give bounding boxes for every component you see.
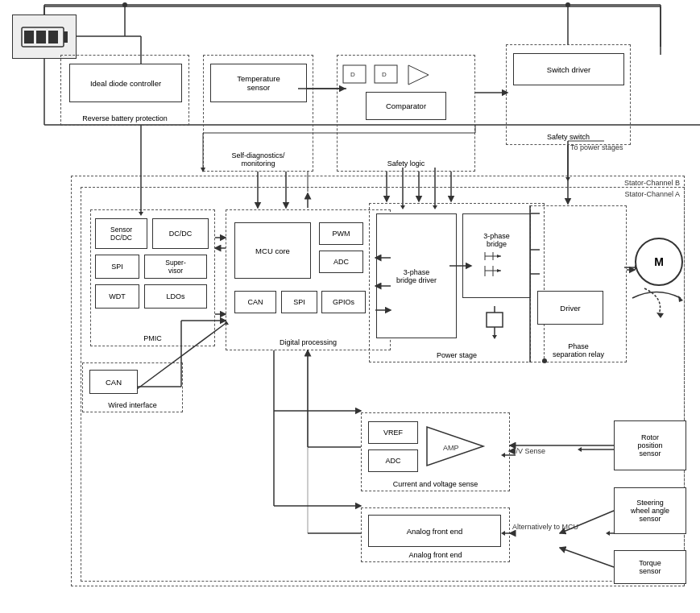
vref-block: VREF <box>368 421 418 444</box>
shunt-symbol <box>478 304 511 341</box>
rotor-sensor-label: Rotor position sensor <box>637 433 662 458</box>
phase-sep-outer: Driver Phase separation relay <box>530 205 627 362</box>
spi1-label: SPI <box>111 263 123 271</box>
phase-sep-label: Phase separation relay <box>534 342 623 358</box>
rotor-sensor-block: Rotor position sensor <box>614 420 686 470</box>
safety-switch-label: Safety switch <box>547 133 590 141</box>
ldos-label: LDOs <box>166 292 184 300</box>
logic-gate-1: D <box>342 64 370 86</box>
mcu-core-block: MCU core <box>234 222 311 279</box>
motor-block: M <box>635 238 683 286</box>
svg-rect-52 <box>487 313 503 327</box>
power-stage-outer: 3-phase bridge driver 3-phase bridge <box>369 203 545 362</box>
self-diag-label: Self-diagnostics/ monitoring <box>210 151 307 168</box>
bridge-3phase-block: 3-phase bridge <box>462 213 531 298</box>
spi1-block: SPI <box>95 255 139 279</box>
can1-block: CAN <box>234 291 276 313</box>
battery-icon <box>12 14 77 59</box>
pmic-outer-block: Sensor DC/DC DC/DC SPI Super- visor WDT … <box>90 209 215 346</box>
safety-logic-outer: D D Comparator Safety logic <box>337 55 475 172</box>
alt-mcu-label: Alternatively to MCU <box>512 522 578 532</box>
sensor-dcdc-block: Sensor DC/DC <box>95 218 147 249</box>
svg-marker-55 <box>678 296 683 302</box>
temp-sensor-label: Temperature sensor <box>237 74 280 92</box>
dcdc-label: DC/DC <box>169 230 193 238</box>
mcu-core-label: MCU core <box>255 246 290 255</box>
safety-logic-label: Safety logic <box>387 159 425 168</box>
svg-text:D: D <box>350 71 355 78</box>
logic-gate-3 <box>404 64 433 86</box>
wired-iface-label: Wired interface <box>108 401 157 409</box>
adc1-block: ADC <box>319 251 363 273</box>
steering-sensor-block: Steering wheel angle sensor <box>614 487 686 534</box>
dcdc-block: DC/DC <box>152 218 209 249</box>
shunt-area <box>474 302 515 342</box>
driver-label: Driver <box>560 304 580 313</box>
motor-arrows <box>624 286 689 310</box>
wired-iface-outer: CAN Wired interface <box>82 362 183 412</box>
svg-marker-50 <box>497 269 501 272</box>
logic-gates-area: D D <box>342 64 433 86</box>
safety-switch-outer: Switch driver Safety switch <box>506 44 631 145</box>
to-power-stages-label: To power stages <box>570 143 623 151</box>
supervisor-label: Super- visor <box>165 259 186 275</box>
ldos-block: LDOs <box>144 284 207 309</box>
svg-marker-45 <box>497 255 501 258</box>
ideal-diode-label: Ideal diode controller <box>90 79 161 88</box>
svg-text:D: D <box>382 71 387 78</box>
sensor-dcdc-label: Sensor DC/DC <box>110 226 132 242</box>
bridge-driver-block: 3-phase bridge driver <box>376 213 457 338</box>
spi2-label: SPI <box>293 298 305 306</box>
switch-driver-block: Switch driver <box>513 53 624 85</box>
gpios-label: GPIOs <box>333 298 354 306</box>
torque-sensor-block: Torque sensor <box>614 550 686 584</box>
svg-rect-32 <box>64 31 68 43</box>
svg-text:AMP: AMP <box>443 444 459 452</box>
motor-label: M <box>654 255 664 268</box>
analog-front-end-label: Analog front end <box>408 551 462 559</box>
supervisor-block: Super- visor <box>144 255 207 279</box>
svg-marker-54 <box>492 335 497 339</box>
adc2-block: ADC <box>368 449 418 472</box>
analog-front-end-outer: Analog front end Analog front end <box>361 507 510 562</box>
wdt-block: WDT <box>95 284 139 309</box>
spi2-block: SPI <box>281 291 317 313</box>
bridge-driver-label: 3-phase bridge driver <box>396 268 437 284</box>
pmic-label: PMIC <box>143 334 162 342</box>
can1-label: CAN <box>247 298 263 306</box>
steering-sensor-label: Steering wheel angle sensor <box>631 499 669 523</box>
vref-label: VREF <box>383 429 403 437</box>
analog-front-end-inner: Analog front end <box>368 515 501 547</box>
stator-a-label: Stator-Channel A <box>624 190 680 198</box>
mosfet-symbol <box>477 248 517 280</box>
can2-block: CAN <box>89 370 138 394</box>
svg-point-112 <box>565 2 570 7</box>
battery-svg <box>20 21 68 53</box>
power-stage-label: Power stage <box>437 351 477 359</box>
switch-driver-label: Switch driver <box>547 65 590 74</box>
reverse-battery-label: Reverse battery protection <box>82 114 168 122</box>
digital-proc-outer: MCU core PWM ADC CAN SPI GPIOs Digital p… <box>226 209 391 350</box>
digital-proc-label: Digital processing <box>280 338 337 346</box>
temp-sensor-block: Temperature sensor <box>210 64 307 102</box>
ideal-diode-block: Ideal diode controller <box>69 64 182 102</box>
diagram: Stator-Channel B Stator-Channel A Ideal … <box>0 0 700 613</box>
analog-front-end-inner-label: Analog front end <box>407 527 463 536</box>
wdt-label: WDT <box>109 292 126 300</box>
torque-sensor-label: Torque sensor <box>639 559 661 575</box>
bridge-3phase-label: 3-phase bridge <box>483 232 510 248</box>
can2-label: CAN <box>106 378 122 387</box>
iv-sense-label: I/V Sense <box>514 447 545 455</box>
adc2-label: ADC <box>385 457 400 465</box>
reverse-battery-block: Ideal diode controller Reverse battery p… <box>60 55 189 126</box>
svg-rect-34 <box>36 31 46 43</box>
comparator-label: Comparator <box>386 101 426 110</box>
current-voltage-label: Current and voltage sense <box>393 480 478 488</box>
logic-gate-2: D <box>373 64 401 86</box>
self-diag-block: Temperature sensor Self-diagnostics/ mon… <box>203 55 313 172</box>
svg-rect-33 <box>24 31 34 43</box>
pwm-label: PWM <box>333 230 350 238</box>
comparator-block: Comparator <box>366 92 446 120</box>
adc1-label: ADC <box>333 258 349 266</box>
stator-b-label: Stator-Channel B <box>624 179 680 187</box>
